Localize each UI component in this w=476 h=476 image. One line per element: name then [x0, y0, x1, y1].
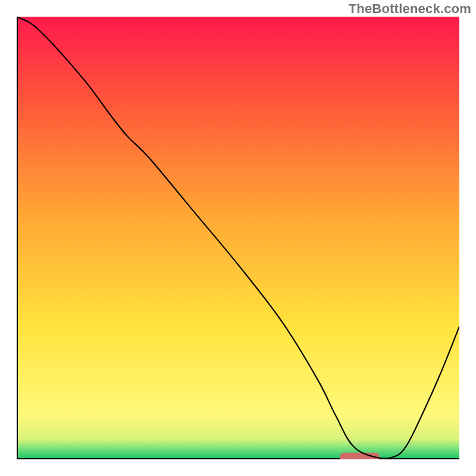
chart-background — [17, 17, 459, 459]
watermark-text: TheBottleneck.com — [349, 1, 471, 17]
chart-svg — [17, 17, 459, 459]
chart-plot — [17, 17, 459, 459]
optimal-range-marker — [340, 453, 380, 459]
chart-frame: TheBottleneck.com — [0, 0, 476, 476]
